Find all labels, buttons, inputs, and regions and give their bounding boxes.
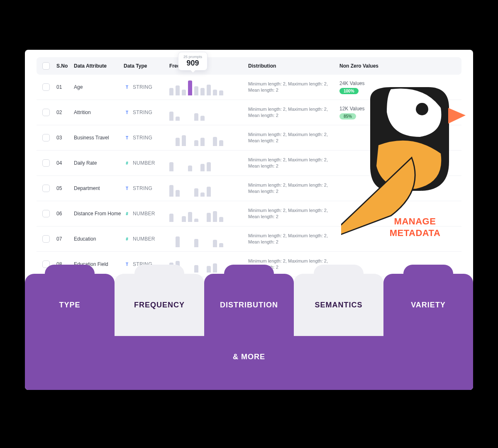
cell-distribution: Minimum length: 2, Maximum length: 2, Me…	[248, 233, 339, 245]
nonzero-badge: 85%	[339, 113, 356, 119]
spark-bar	[176, 85, 180, 95]
datatype-label: NUMBER	[133, 160, 155, 166]
spark-bar	[207, 85, 211, 95]
nonzero-badge: 100%	[339, 88, 359, 94]
category-tab[interactable]: FREQUENCY	[115, 274, 204, 336]
cell-sno: 02	[56, 110, 74, 115]
logo-line1: MANAGE	[369, 216, 461, 227]
spark-bar	[188, 80, 192, 95]
spark-bar	[219, 217, 223, 222]
row-checkbox[interactable]	[42, 159, 50, 167]
app-card: 25 prompts 909 S.No Data Attribute Data …	[25, 50, 473, 390]
text-type-icon: T	[124, 109, 130, 116]
cell-frequency-sparkline	[169, 205, 248, 222]
row-checkbox[interactable]	[42, 109, 50, 116]
spark-bar	[200, 88, 205, 95]
spark-bar	[200, 192, 205, 197]
tooltip-value: 909	[183, 59, 202, 68]
select-all-checkbox[interactable]	[42, 62, 50, 70]
spark-bar	[200, 164, 205, 171]
category-tab[interactable]: SEMANTICS	[294, 274, 383, 336]
datatype-label: STRING	[133, 84, 152, 90]
cell-nonzero: 24K Values100%	[339, 80, 456, 94]
category-label: VARIETY	[411, 301, 446, 309]
spark-bar	[176, 138, 180, 146]
spark-bar	[219, 140, 223, 146]
spark-bar	[194, 188, 198, 197]
row-checkbox[interactable]	[42, 210, 50, 217]
cell-frequency-sparkline	[169, 129, 248, 146]
spark-bar	[176, 117, 180, 121]
row-checkbox[interactable]	[42, 134, 50, 141]
cell-datatype: TSTRING	[124, 84, 169, 90]
col-nz: Non Zero Values	[339, 63, 456, 69]
spark-bar	[194, 219, 198, 222]
cell-attribute: Business Travel	[74, 135, 124, 141]
spark-bar	[207, 187, 211, 197]
number-type-icon: #	[124, 210, 130, 217]
cell-distribution: Minimum length: 2, Maximum length: 2, Me…	[248, 182, 339, 195]
spark-bar	[188, 212, 192, 222]
cell-nonzero: 12K Values85%	[339, 106, 456, 119]
table-row: 01AgeTSTRINGMinimum length: 2, Maximum l…	[37, 75, 461, 100]
table-row: 04Daily Rate#NUMBERMinimum length: 2, Ma…	[37, 151, 461, 176]
spark-bar	[213, 90, 217, 95]
cell-datatype: TSTRING	[124, 109, 169, 116]
spark-bar	[176, 236, 180, 247]
number-type-icon: #	[124, 160, 130, 166]
cell-sno: 04	[56, 160, 74, 166]
spark-bar	[169, 88, 173, 95]
spark-bar	[200, 116, 205, 121]
number-type-icon: #	[124, 236, 130, 242]
col-attr: Data Attribute	[74, 63, 124, 69]
cell-sno: 06	[56, 211, 74, 217]
spark-bar	[219, 90, 223, 95]
cell-frequency-sparkline	[169, 180, 248, 197]
cell-sno: 05	[56, 185, 74, 191]
cell-datatype: TSTRING	[124, 185, 169, 192]
cell-frequency-sparkline	[169, 231, 248, 247]
nonzero-count: 12K Values	[339, 106, 456, 112]
datatype-label: STRING	[133, 185, 152, 191]
spark-bar	[194, 140, 198, 146]
logo-text: MANAGE METADATA	[369, 216, 461, 239]
cell-attribute: Age	[74, 84, 124, 90]
cell-frequency-sparkline	[169, 155, 248, 171]
row-checkbox[interactable]	[42, 185, 50, 192]
cell-sno: 07	[56, 236, 74, 242]
spark-bar	[188, 166, 192, 171]
cell-distribution: Minimum length: 2, Maximum length: 2, Me…	[248, 81, 339, 93]
frequency-tooltip: 25 prompts 909	[178, 52, 208, 71]
col-dist: Distribution	[248, 63, 339, 69]
category-tab[interactable]: VARIETY	[383, 274, 473, 336]
spark-bar	[182, 135, 186, 146]
datatype-label: NUMBER	[133, 211, 155, 217]
spark-bar	[194, 239, 198, 247]
cell-frequency-sparkline	[169, 104, 248, 121]
spark-bar	[213, 137, 217, 146]
tooltip-label: 25 prompts	[183, 55, 202, 59]
cell-attribute: Daily Rate	[74, 160, 124, 166]
category-tab[interactable]: TYPE	[25, 274, 115, 336]
row-checkbox[interactable]	[42, 83, 50, 91]
cell-frequency-sparkline	[169, 79, 248, 95]
category-tab[interactable]: DISTRIBUTION	[204, 274, 294, 336]
spark-bar	[194, 113, 198, 121]
category-label: DISTRIBUTION	[220, 301, 278, 309]
cell-distribution: Minimum length: 2, Maximum length: 2, Me…	[248, 157, 339, 169]
cell-attribute: Education	[74, 236, 124, 242]
logo-line2: METADATA	[369, 227, 461, 239]
spark-bar	[182, 216, 186, 222]
spark-bar	[182, 90, 186, 95]
row-checkbox[interactable]	[42, 235, 50, 243]
cell-sno: 03	[56, 135, 74, 141]
table-row: 02AttritionTSTRINGMinimum length: 2, Max…	[37, 100, 461, 125]
cell-distribution: Minimum length: 2, Maximum length: 2, Me…	[248, 131, 339, 144]
cell-distribution: Minimum length: 2, Maximum length: 2, Me…	[248, 106, 339, 119]
col-sno: S.No	[56, 63, 74, 69]
text-type-icon: T	[124, 185, 130, 192]
spark-bar	[169, 162, 173, 171]
cell-distribution: Minimum length: 2, Maximum length: 2, Me…	[248, 207, 339, 220]
spark-bar	[169, 185, 173, 197]
datatype-label: NUMBER	[133, 236, 155, 242]
